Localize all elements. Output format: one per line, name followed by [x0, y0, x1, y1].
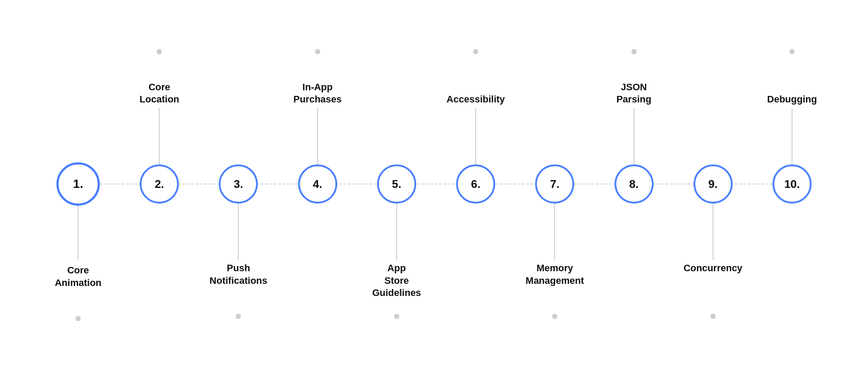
- circle-9[interactable]: 9.: [694, 164, 733, 204]
- circle-8[interactable]: 8.: [615, 164, 654, 204]
- label-10: Debugging: [767, 93, 817, 106]
- vertical-line-4: [317, 108, 318, 164]
- circle-7[interactable]: 7.: [535, 164, 574, 204]
- vertical-line-6: [475, 108, 476, 164]
- dot-10: [789, 49, 795, 54]
- node-5[interactable]: AppStore Guidelines5.: [377, 164, 416, 204]
- node-3[interactable]: PushNotifications3.: [219, 164, 258, 204]
- label-4: In-AppPurchases: [289, 81, 346, 106]
- dot-8: [631, 49, 637, 54]
- label-8: JSONParsing: [616, 81, 651, 106]
- vertical-line-1: [78, 204, 79, 260]
- label-5: AppStore Guidelines: [362, 262, 431, 299]
- vertical-line-10: [792, 108, 792, 164]
- node-1[interactable]: CoreAnimation1.: [56, 162, 100, 206]
- node-4[interactable]: In-AppPurchases4.: [298, 164, 337, 204]
- vertical-line-8: [634, 108, 635, 164]
- vertical-line-3: [238, 204, 239, 260]
- label-9: Concurrency: [678, 262, 748, 275]
- circle-3[interactable]: 3.: [219, 164, 258, 204]
- vertical-line-2: [159, 108, 160, 164]
- dot-4: [315, 49, 320, 54]
- nodes-row: CoreAnimation1.CoreLocation2.PushNotific…: [43, 162, 825, 206]
- vertical-line-7: [554, 204, 555, 260]
- label-6: Accessibility: [447, 93, 505, 106]
- diagram-container: CoreAnimation1.CoreLocation2.PushNotific…: [22, 32, 846, 336]
- vertical-line-9: [713, 204, 713, 260]
- label-1: CoreAnimation: [43, 264, 113, 289]
- label-2: CoreLocation: [139, 81, 179, 106]
- vertical-line-5: [396, 204, 397, 260]
- circle-2[interactable]: 2.: [140, 164, 179, 204]
- dot-1: [76, 316, 81, 321]
- dot-7: [552, 314, 557, 319]
- timeline-wrapper: CoreAnimation1.CoreLocation2.PushNotific…: [43, 54, 825, 314]
- node-7[interactable]: MemoryManagement7.: [535, 164, 574, 204]
- dot-5: [394, 314, 399, 319]
- node-2[interactable]: CoreLocation2.: [140, 164, 179, 204]
- node-6[interactable]: Accessibility6.: [456, 164, 495, 204]
- circle-6[interactable]: 6.: [456, 164, 495, 204]
- dot-2: [157, 49, 162, 54]
- circle-4[interactable]: 4.: [298, 164, 337, 204]
- circle-10[interactable]: 10.: [773, 164, 812, 204]
- dot-6: [473, 49, 478, 54]
- circle-1[interactable]: 1.: [56, 162, 100, 206]
- node-8[interactable]: JSONParsing8.: [615, 164, 654, 204]
- node-10[interactable]: Debugging10.: [773, 164, 812, 204]
- label-3: PushNotifications: [204, 262, 273, 287]
- node-9[interactable]: Concurrency9.: [694, 164, 733, 204]
- dot-9: [710, 314, 716, 319]
- circle-5[interactable]: 5.: [377, 164, 416, 204]
- label-7: MemoryManagement: [518, 262, 592, 287]
- dot-3: [236, 314, 241, 319]
